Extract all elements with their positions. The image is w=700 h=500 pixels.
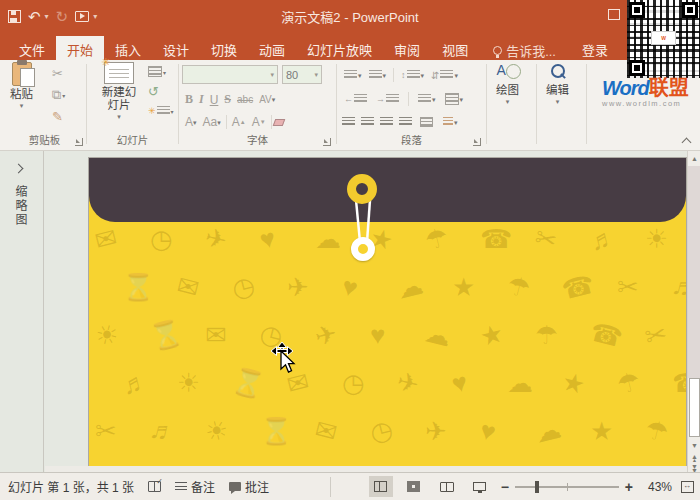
align-text-button[interactable]: ▾	[443, 92, 466, 106]
change-case-button[interactable]: Aa▾	[200, 115, 224, 129]
increase-indent-icon	[386, 94, 399, 104]
underline-button[interactable]: U	[207, 93, 222, 107]
decrease-indent-button[interactable]: ←	[342, 93, 369, 105]
increase-indent-button[interactable]: →	[374, 93, 401, 105]
grow-font-button[interactable]: A▲	[229, 115, 249, 129]
restore-window-button[interactable]	[608, 9, 620, 20]
collapse-ribbon-button[interactable]	[682, 136, 690, 144]
lightbulb-icon	[493, 46, 502, 55]
reset-slide-button[interactable]: ↺	[148, 84, 174, 99]
paste-button[interactable]: 粘贴 ▾	[10, 62, 33, 110]
envelope-button-bottom[interactable]	[351, 237, 375, 261]
smartart-button[interactable]: ▾	[441, 116, 460, 128]
tab-insert[interactable]: 插入	[104, 36, 152, 60]
zoom-in-button[interactable]: +	[625, 479, 633, 495]
fit-slide-to-window-button[interactable]	[681, 481, 694, 493]
line-spacing-button[interactable]: ↕▾	[399, 69, 426, 81]
slide-counter: 幻灯片 第 1 张，共 1 张	[8, 478, 134, 495]
character-spacing-button[interactable]: AV▾	[256, 94, 278, 105]
expand-thumbnails-icon[interactable]	[14, 164, 24, 174]
justify-button[interactable]	[399, 117, 412, 127]
section-icon	[157, 106, 170, 116]
vertical-scrollbar[interactable]: ▲ ▼ ▲▲ ▼▼	[687, 151, 700, 472]
scroll-up-button[interactable]: ▲	[688, 151, 700, 166]
group-editing: 编辑 ▾	[538, 60, 585, 150]
drawing-button[interactable]: A 绘图 ▾	[496, 62, 519, 106]
align-right-button[interactable]	[380, 117, 393, 127]
normal-view-button[interactable]	[369, 476, 393, 497]
font-name-combobox[interactable]: ▾	[182, 65, 278, 84]
sign-in-button[interactable]: 登录	[564, 36, 616, 60]
qr-code: W	[627, 0, 700, 78]
smartart-icon	[443, 117, 453, 127]
font-dialog-launcher[interactable]	[323, 138, 331, 146]
section-button[interactable]: ✳▾	[148, 106, 174, 116]
group-clipboard: 粘贴 ▾ ✂ ⧉▾ ✎ 剪贴板	[4, 60, 85, 150]
italic-button[interactable]: I	[196, 92, 207, 107]
shrink-font-button[interactable]: A▼	[249, 115, 269, 129]
numbering-icon	[369, 70, 382, 80]
notes-button[interactable]: 备注	[175, 478, 215, 495]
slideshow-view-icon	[473, 482, 486, 491]
cut-button[interactable]: ✂	[52, 66, 65, 81]
clear-formatting-button[interactable]: abc	[234, 94, 256, 105]
align-center-button[interactable]	[361, 117, 374, 127]
tell-me-box[interactable]: 告诉我...	[479, 36, 564, 60]
new-slide-button[interactable]: 新建幻灯片 ▾	[96, 62, 142, 121]
next-slide-button[interactable]: ▼▼	[688, 462, 700, 472]
tab-animations[interactable]: 动画	[248, 36, 296, 60]
window-title: 演示文稿2 - PowerPoint	[0, 0, 700, 33]
distribute-button[interactable]	[418, 116, 435, 128]
layout-button[interactable]: ▾	[148, 66, 174, 77]
tab-slideshow[interactable]: 幻灯片放映	[296, 36, 383, 60]
scrollbar-track[interactable]	[688, 166, 700, 378]
line-spacing-icon	[407, 70, 420, 80]
scroll-down-button[interactable]: ▼	[688, 438, 700, 453]
tab-design[interactable]: 设计	[152, 36, 200, 60]
editing-button[interactable]: 编辑 ▾	[546, 62, 569, 106]
format-painter-button[interactable]: ✎	[52, 109, 65, 124]
thumbnails-pane-collapsed[interactable]: 缩略图	[0, 151, 44, 472]
text-direction-button[interactable]: ⇵▾	[429, 69, 460, 82]
envelope-button-top[interactable]	[347, 174, 377, 204]
spell-check-button[interactable]	[148, 481, 161, 492]
align-left-button[interactable]	[342, 117, 355, 127]
slide-canvas[interactable]: ✉◷✈♥☁★☂☎✂♬☀⌛✉◷✈♥☁★☂☎✂♬☀⌛✉◷✈♥☁★☂☎✂♬☀⌛✉◷✈♥…	[88, 157, 687, 467]
clipboard-dialog-launcher[interactable]	[75, 138, 83, 146]
wordlm-logo: Word联盟 www.wordlm.com	[602, 78, 698, 108]
previous-slide-button[interactable]: ▲▲	[688, 452, 700, 462]
zoom-slider[interactable]	[515, 486, 619, 488]
title-bar: ↶ ▾ ↻ ▾ 演示文稿2 - PowerPoint	[0, 0, 700, 33]
group-slides: 新建幻灯片 ▾ ▾ ↺ ✳▾ 幻灯片	[88, 60, 177, 150]
bullets-icon	[344, 70, 357, 80]
text-direction-icon	[440, 70, 453, 80]
clear-all-formatting-icon[interactable]	[272, 119, 285, 126]
tab-home[interactable]: 开始	[56, 36, 104, 60]
slide-sorter-view-button[interactable]	[402, 476, 426, 497]
zoom-percentage[interactable]: 43%	[642, 480, 672, 494]
group-drawing: A 绘图 ▾	[488, 60, 535, 150]
tab-transitions[interactable]: 切换	[200, 36, 248, 60]
comments-button[interactable]: 批注	[229, 478, 269, 495]
tab-review[interactable]: 审阅	[383, 36, 431, 60]
zoom-slider-thumb[interactable]	[535, 481, 539, 493]
numbering-button[interactable]: ▾	[367, 69, 389, 81]
tab-file[interactable]: 文件	[8, 36, 56, 60]
paragraph-dialog-launcher[interactable]	[473, 138, 481, 146]
drawing-icon: A	[497, 62, 519, 82]
font-size-combobox[interactable]: 80 ▾	[282, 65, 322, 84]
font-color-button[interactable]: A▾	[182, 115, 200, 129]
tab-view[interactable]: 视图	[431, 36, 479, 60]
slideshow-view-button[interactable]	[468, 476, 492, 497]
strikethrough-button[interactable]: S	[221, 92, 234, 107]
zoom-out-button[interactable]: −	[501, 479, 509, 495]
paste-icon	[12, 62, 32, 86]
scrollbar-thumb[interactable]	[689, 378, 700, 437]
bullets-button[interactable]: ▾	[342, 69, 364, 81]
columns-button[interactable]: ▾	[416, 93, 438, 105]
reading-view-button[interactable]	[435, 476, 459, 497]
bold-button[interactable]: B	[182, 92, 196, 107]
notes-icon	[175, 482, 187, 492]
zoom-controls: − +	[501, 479, 633, 495]
copy-button[interactable]: ⧉▾	[52, 87, 65, 103]
